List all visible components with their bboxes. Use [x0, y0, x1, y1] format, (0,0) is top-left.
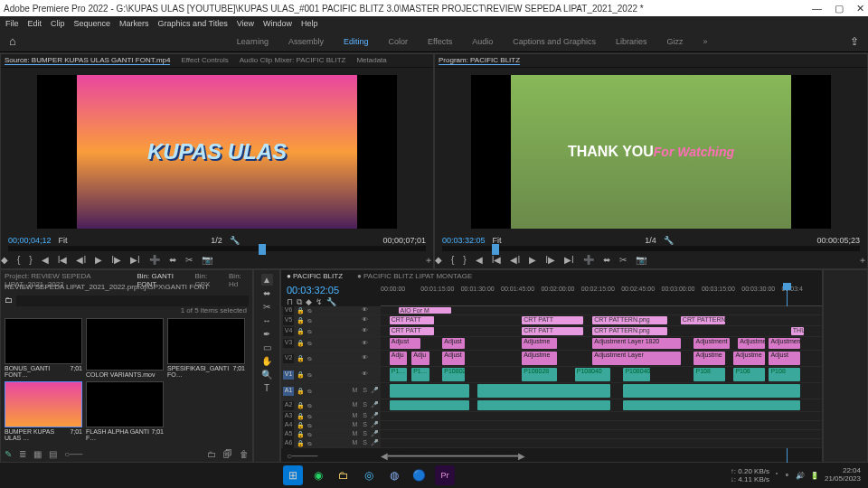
clip-segment[interactable]: CRT PATT	[522, 316, 583, 324]
workspace-audio[interactable]: Audio	[472, 37, 493, 46]
clip-segment[interactable]	[477, 400, 609, 410]
transport-button[interactable]: ◀I	[510, 255, 520, 265]
wifi-icon[interactable]: ⚬	[784, 472, 790, 480]
transport-button[interactable]: }	[463, 255, 466, 265]
workspace-effects[interactable]: Effects	[428, 37, 452, 46]
track-v6[interactable]: AIO For M	[381, 306, 822, 315]
clip-segment[interactable]: Adjust	[442, 352, 464, 365]
clip-segment[interactable]: Adjustme	[522, 352, 557, 365]
timeline-timecode[interactable]: 00:03:32:05	[287, 285, 375, 296]
transport-button[interactable]: ◆	[435, 255, 442, 265]
clip-segment[interactable]: Adju	[390, 352, 408, 365]
sequence-tab[interactable]: ● PACIFIC BLITZ	[287, 272, 343, 281]
transport-button[interactable]: ▶I	[564, 255, 574, 265]
clip-segment[interactable]	[623, 384, 799, 398]
clip-segment[interactable]: CRT PATTERN.png	[592, 327, 667, 335]
transport-button[interactable]: I◀	[492, 255, 502, 265]
clip-segment[interactable]: Adjustment Layer 1820	[592, 338, 681, 349]
source-tab[interactable]: Effect Controls	[181, 56, 228, 65]
clip-segment[interactable]: P1…	[411, 368, 429, 381]
chrome-icon[interactable]: 🔵	[410, 465, 429, 485]
zoom-slider[interactable]: ○────	[287, 451, 317, 461]
clip-segment[interactable]: P108	[733, 368, 764, 381]
transport-button[interactable]: ➕	[149, 255, 160, 265]
steam-icon[interactable]: ◍	[384, 465, 404, 485]
track-header-v4[interactable]: V4🔒ᴓ👁	[281, 326, 381, 337]
clip-thumbnail[interactable]: BUMPER KUPAS ULAS …7;01	[5, 381, 82, 441]
clip-segment[interactable]: P108026	[442, 368, 464, 381]
program-ratio[interactable]: 1/4	[645, 236, 656, 245]
source-viewport[interactable]: KUPAS ULAS	[37, 75, 397, 229]
transport-button[interactable]: ➕	[583, 255, 594, 265]
menu-clip[interactable]: Clip	[51, 19, 65, 28]
clip-segment[interactable]: CRT PATTERN.png	[681, 316, 725, 324]
transport-button[interactable]: 📷	[636, 255, 646, 265]
tool-button[interactable]: ↔	[261, 314, 273, 326]
program-timecode[interactable]: 00:03:32:05	[442, 236, 486, 245]
track-a6[interactable]	[381, 439, 822, 448]
clip-segment[interactable]: Adjustment Layer	[592, 352, 681, 365]
clip-segment[interactable]: CRT PATT	[390, 327, 434, 335]
transport-button[interactable]: ◆	[1, 255, 8, 265]
plus-icon[interactable]: ＋	[424, 254, 433, 267]
clip-segment[interactable]: Adjust	[442, 338, 464, 349]
track-v2[interactable]: AdjuAdjuAdjustAdjustmeAdjustment LayerAd…	[381, 351, 822, 367]
clip-segment[interactable]: CRT PATT	[390, 316, 434, 324]
clip-thumbnail[interactable]: COLOR VARIANTS.mov	[86, 318, 164, 378]
transport-button[interactable]: {	[451, 255, 454, 265]
project-tab[interactable]: Project: REVIEW SEPEDA LIPAT_2021_2022	[5, 272, 127, 281]
minimize-button[interactable]: —	[812, 3, 822, 14]
track-header-a2[interactable]: A2🔒ᴓMS🎤	[281, 399, 381, 412]
clip-segment[interactable]: Adjustme	[738, 338, 764, 349]
clip-segment[interactable]	[390, 400, 469, 410]
clip-thumbnail[interactable]: BONUS_GANTI FONT…7;01	[5, 318, 82, 378]
transport-button[interactable]: I▶	[111, 255, 121, 265]
program-scrubber[interactable]	[442, 246, 860, 251]
workspace-editing[interactable]: Editing	[344, 37, 369, 46]
clip-segment[interactable]: P108	[693, 368, 724, 381]
transport-button[interactable]: ✂	[185, 255, 193, 265]
menu-graphics and titles[interactable]: Graphics and Titles	[158, 19, 228, 28]
clip-segment[interactable]	[477, 384, 609, 398]
wrench-icon[interactable]: 🔧	[230, 236, 240, 245]
track-v4[interactable]: CRT PATTCRT PATTCRT PATTERN.pngTHU	[381, 326, 822, 337]
clip-segment[interactable]: CRT PATT	[522, 327, 583, 335]
track-header-a6[interactable]: A6🔒ᴓMS🎤	[281, 439, 381, 448]
tool-button[interactable]: ⬌	[261, 287, 273, 299]
zoom-slider[interactable]: ○──	[64, 449, 82, 459]
transport-button[interactable]: I◀	[58, 255, 68, 265]
new-item-icon[interactable]: 🗐	[223, 449, 232, 459]
transport-button[interactable]: ◀	[42, 255, 49, 265]
home-icon[interactable]: ⌂	[9, 34, 16, 48]
workspace-captions and graphics[interactable]: Captions and Graphics	[513, 37, 596, 46]
track-a1[interactable]	[381, 383, 822, 399]
breadcrumb[interactable]: REVIEW SEPEDA LIPAT_2021_2022.prproj\GPX…	[1, 283, 252, 294]
track-a2[interactable]	[381, 399, 822, 412]
tool-button[interactable]: ▲	[261, 274, 273, 286]
list-view-icon[interactable]: ≣	[19, 449, 26, 459]
track-header-v5[interactable]: V5🔒ᴓ👁	[281, 315, 381, 326]
menu-view[interactable]: View	[237, 19, 254, 28]
track-header-a5[interactable]: A5🔒ᴓMS🎤	[281, 430, 381, 439]
clip-segment[interactable]	[390, 384, 469, 398]
source-fit[interactable]: Fit	[59, 236, 68, 245]
program-viewport[interactable]: THANK YOUFor Watching	[471, 75, 831, 229]
clip-segment[interactable]: AIO For M	[399, 307, 452, 314]
workspace-color[interactable]: Color	[388, 37, 408, 46]
clip-segment[interactable]: P108028	[522, 368, 557, 381]
menu-help[interactable]: Help	[301, 19, 318, 28]
clip-thumbnail[interactable]: FLASH ALPHA GANTI F…7;01	[86, 381, 164, 441]
clip-thumbnail[interactable]: SPESIFIKASI_GANTI FO…7;01	[167, 318, 245, 378]
plus-icon[interactable]: ＋	[858, 254, 867, 267]
transport-button[interactable]: ▶	[95, 255, 102, 265]
source-tab[interactable]: Metadata	[356, 56, 386, 65]
sequence-tab[interactable]: ● PACIFIC BLITZ LIPAT MONTAGE	[357, 272, 472, 281]
track-header-v6[interactable]: V6🔒ᴓ👁	[281, 306, 381, 315]
battery-icon[interactable]: 🔋	[810, 472, 819, 480]
explorer-icon[interactable]: 🗀	[334, 465, 354, 485]
transport-button[interactable]: ⬌	[169, 255, 176, 265]
maximize-button[interactable]: ▢	[835, 3, 844, 14]
tool-button[interactable]: ✂	[261, 301, 273, 313]
track-a3[interactable]	[381, 412, 822, 421]
transport-button[interactable]: {	[17, 255, 20, 265]
